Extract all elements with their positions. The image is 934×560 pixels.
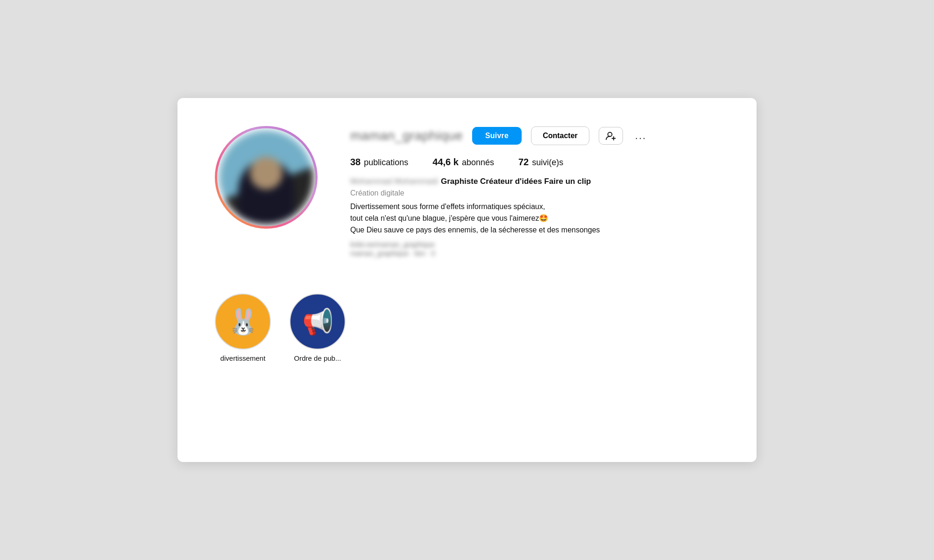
stat-abonnes[interactable]: 44,6 k abonnés: [432, 157, 494, 168]
bio-text-line2: tout cela n'est qu'une blague, j'espère …: [350, 214, 548, 222]
stat-suivis[interactable]: 72 suivi(e)s: [518, 157, 563, 168]
bio-text-line1: Divertissement sous forme d'effets infor…: [350, 203, 545, 210]
bio-name-blurred: Mohammad Mohammadi: [350, 177, 438, 186]
bio-links: linktr.ee/maman_graphique maman_graphiqu…: [350, 240, 719, 257]
add-friend-icon: [606, 131, 616, 140]
profile-card: maman_graphique Suivre Contacter ... 38: [177, 98, 757, 462]
more-button[interactable]: ...: [632, 126, 649, 146]
bio-name-line: Mohammad MohammadiGraphiste Créateur d'i…: [350, 177, 719, 186]
story-label-divertissement: divertissement: [220, 354, 266, 362]
stat-suivis-number: 72: [518, 157, 529, 168]
add-friend-button[interactable]: [599, 127, 623, 145]
profile-section: maman_graphique Suivre Contacter ... 38: [215, 126, 719, 257]
username: maman_graphique: [350, 128, 463, 143]
stats-row: 38 publications 44,6 k abonnés 72 suivi(…: [350, 157, 719, 168]
story-divertissement[interactable]: 🐰 divertissement: [215, 294, 271, 362]
story-label-ordre-de-pub: Ordre de pub...: [294, 354, 341, 362]
bio-category: Création digitale: [350, 189, 719, 197]
profile-info: maman_graphique Suivre Contacter ... 38: [350, 126, 719, 257]
stat-suivis-label: suivi(e)s: [532, 158, 563, 168]
bio-link1[interactable]: linktr.ee/maman_graphique: [350, 240, 719, 248]
stories-section: 🐰 divertissement 📢 Ordre de pub...: [215, 289, 719, 362]
bio-text: Divertissement sous forme d'effets infor…: [350, 201, 719, 236]
avatar: [219, 130, 313, 224]
stat-abonnes-label: abonnés: [462, 158, 494, 168]
suivre-button[interactable]: Suivre: [472, 127, 522, 145]
avatar-wrapper: [215, 126, 318, 229]
top-row: maman_graphique Suivre Contacter ...: [350, 126, 719, 146]
contacter-button[interactable]: Contacter: [531, 126, 589, 145]
stat-abonnes-number: 44,6 k: [432, 157, 459, 168]
bio-text-line3: Que Dieu sauve ce pays des ennemis, de l…: [350, 226, 600, 234]
story-ordre-de-pub[interactable]: 📢 Ordre de pub...: [290, 294, 346, 362]
stat-publications-label: publications: [364, 158, 408, 168]
bio-link2: maman_graphique · lien · 0: [350, 249, 719, 257]
bio-section: Mohammad MohammadiGraphiste Créateur d'i…: [350, 177, 719, 257]
stat-publications: 38 publications: [350, 157, 408, 168]
avatar-inner: [217, 128, 315, 226]
stat-publications-number: 38: [350, 157, 361, 168]
story-circle-ordre-de-pub: 📢: [290, 294, 346, 350]
story-circle-divertissement: 🐰: [215, 294, 271, 350]
bio-name-suffix: Graphiste Créateur d'idées Faire un clip: [441, 177, 591, 186]
